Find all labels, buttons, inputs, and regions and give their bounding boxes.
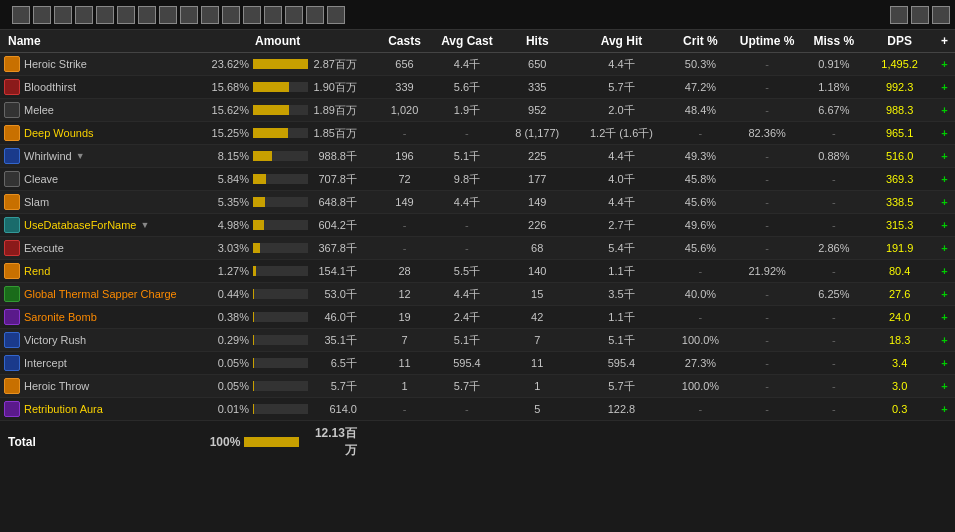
filter-icon-4[interactable]	[75, 6, 93, 24]
row-miss: 0.88%	[802, 145, 865, 168]
row-dps: 965.1	[865, 122, 933, 145]
filter-icon-15[interactable]	[306, 6, 324, 24]
col-uptime[interactable]: Uptime %	[732, 30, 802, 53]
row-uptime: -	[732, 145, 802, 168]
row-uptime: -	[732, 375, 802, 398]
col-dps[interactable]: DPS	[865, 30, 933, 53]
row-uptime: -	[732, 237, 802, 260]
col-hits[interactable]: Hits	[500, 30, 574, 53]
row-casts: 339	[376, 76, 434, 99]
filter-icon-7[interactable]	[138, 6, 156, 24]
row-expand-button[interactable]: +	[934, 99, 955, 122]
row-amount-cell: 5.84%707.8千	[192, 168, 363, 191]
row-expand-button[interactable]: +	[934, 237, 955, 260]
filter-icon-3[interactable]	[54, 6, 72, 24]
col-crit[interactable]: Crit %	[669, 30, 732, 53]
row-ability-name: Intercept	[24, 357, 67, 369]
row-dps: 191.9	[865, 237, 933, 260]
filter-icon-10[interactable]	[201, 6, 219, 24]
filter-icon-1[interactable]	[12, 6, 30, 24]
filter-icon-14[interactable]	[285, 6, 303, 24]
row-dps: 516.0	[865, 145, 933, 168]
row-hits: 177	[500, 168, 574, 191]
table-row: Heroic Strike23.62%2.87百万6564.4千6504.4千5…	[0, 53, 955, 76]
row-expand-button[interactable]: +	[934, 306, 955, 329]
row-avg-cast: 5.1千	[433, 329, 500, 352]
row-amount-cell: 15.25%1.85百万	[192, 122, 363, 145]
row-avg-hit: 595.4	[574, 352, 669, 375]
top-bar	[0, 0, 955, 30]
filter-icon-9[interactable]	[180, 6, 198, 24]
row-avg-hit: 3.5千	[574, 283, 669, 306]
row-crit: 45.6%	[669, 191, 732, 214]
col-avg-hit[interactable]: Avg Hit	[574, 30, 669, 53]
row-name-cell: Cleave	[0, 168, 192, 191]
row-casts: 28	[376, 260, 434, 283]
row-amount-cell: 8.15%988.8千	[192, 145, 363, 168]
footer-dps	[865, 421, 933, 464]
table-row: Global Thermal Sapper Charge0.44%53.0千12…	[0, 283, 955, 306]
row-expand-button[interactable]: +	[934, 145, 955, 168]
row-dps: 369.3	[865, 168, 933, 191]
row-crit: 27.3%	[669, 352, 732, 375]
row-avg-cast: 5.5千	[433, 260, 500, 283]
row-expand-button[interactable]: +	[934, 53, 955, 76]
filter-icon-6[interactable]	[117, 6, 135, 24]
row-name-cell: Heroic Strike	[0, 53, 192, 76]
col-empty	[363, 30, 376, 53]
row-amount: 604.2千	[312, 218, 357, 233]
footer-casts	[376, 421, 434, 464]
table-row: Victory Rush0.29%35.1千75.1千75.1千100.0%--…	[0, 329, 955, 352]
filter-icon-11[interactable]	[222, 6, 240, 24]
filter-icon-12[interactable]	[243, 6, 261, 24]
target-filter-icon-1[interactable]	[890, 6, 908, 24]
row-amount-cell: 0.44%53.0千	[192, 283, 363, 306]
filter-icon-13[interactable]	[264, 6, 282, 24]
row-expand-button[interactable]: +	[934, 214, 955, 237]
row-ability-name: UseDatabaseForName	[24, 219, 137, 231]
col-avg-cast[interactable]: Avg Cast	[433, 30, 500, 53]
row-expand-button[interactable]: +	[934, 398, 955, 421]
expand-icon[interactable]: ▼	[76, 151, 85, 161]
row-pct: 5.35%	[207, 196, 249, 208]
row-hits: 5	[500, 398, 574, 421]
col-amount[interactable]: Amount	[192, 30, 363, 53]
row-expand-button[interactable]: +	[934, 329, 955, 352]
row-expand-button[interactable]: +	[934, 76, 955, 99]
target-filter-icon-3[interactable]	[932, 6, 950, 24]
col-casts[interactable]: Casts	[376, 30, 434, 53]
row-avg-hit: 4.4千	[574, 53, 669, 76]
row-crit: 40.0%	[669, 283, 732, 306]
row-pct: 3.03%	[207, 242, 249, 254]
row-expand-button[interactable]: +	[934, 375, 955, 398]
filter-icon-8[interactable]	[159, 6, 177, 24]
row-expand-button[interactable]: +	[934, 260, 955, 283]
row-amount-cell: 15.62%1.89百万	[192, 99, 363, 122]
filter-icon-2[interactable]	[33, 6, 51, 24]
row-expand-button[interactable]: +	[934, 168, 955, 191]
row-avg-cast: 2.4千	[433, 306, 500, 329]
col-miss[interactable]: Miss %	[802, 30, 865, 53]
row-hits: 11	[500, 352, 574, 375]
row-expand-button[interactable]: +	[934, 191, 955, 214]
row-casts: 1,020	[376, 99, 434, 122]
row-expand-button[interactable]: +	[934, 283, 955, 306]
col-name[interactable]: Name	[0, 30, 192, 53]
row-amount: 1.89百万	[312, 103, 357, 118]
row-dps: 80.4	[865, 260, 933, 283]
row-expand-button[interactable]: +	[934, 352, 955, 375]
filter-icon-16[interactable]	[327, 6, 345, 24]
row-casts: 656	[376, 53, 434, 76]
footer-plus	[934, 421, 955, 464]
expand-icon[interactable]: ▼	[141, 220, 150, 230]
target-filter-icon-2[interactable]	[911, 6, 929, 24]
row-dps: 0.3	[865, 398, 933, 421]
row-amount-cell: 0.29%35.1千	[192, 329, 363, 352]
row-uptime: -	[732, 168, 802, 191]
filter-icon-5[interactable]	[96, 6, 114, 24]
row-expand-button[interactable]: +	[934, 122, 955, 145]
table-wrapper: Name Amount Casts Avg Cast Hits Avg Hit …	[0, 30, 955, 463]
footer-avghit	[574, 421, 669, 464]
row-hits: 68	[500, 237, 574, 260]
table-row: UseDatabaseForName ▼4.98%604.2千--2262.7千…	[0, 214, 955, 237]
